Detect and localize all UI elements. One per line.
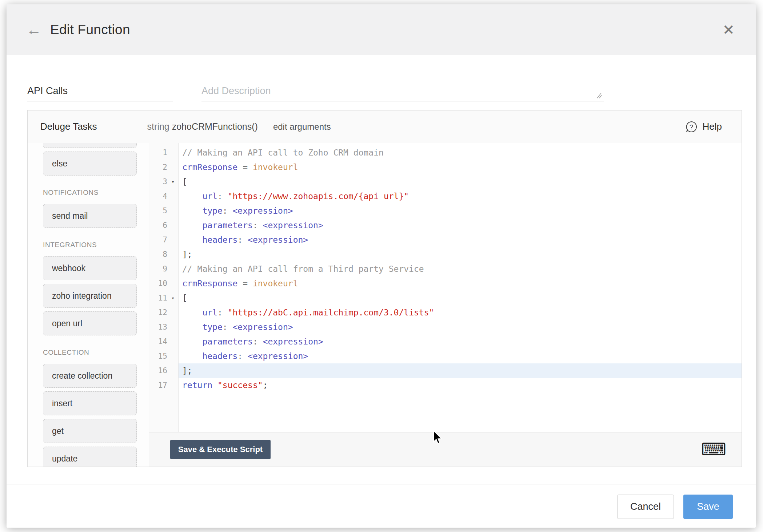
- task-item-send-mail[interactable]: send mail: [43, 204, 137, 228]
- function-signature: string zohoCRMFunctions(): [147, 121, 258, 132]
- task-item-label: open url: [52, 319, 82, 329]
- description-input[interactable]: [201, 81, 604, 101]
- code-line-3[interactable]: 3▾[: [149, 174, 742, 189]
- task-item-webhook[interactable]: webhook: [43, 256, 137, 280]
- code-text[interactable]: crmResponse = invokeurl: [179, 276, 742, 291]
- line-number: 13: [149, 320, 167, 334]
- code-line-12[interactable]: 12 url: "https://abC.api.mailchimp.com/3…: [149, 305, 742, 320]
- code-text[interactable]: ];: [179, 247, 742, 262]
- fold-spacer: [167, 262, 179, 276]
- save-execute-script-button[interactable]: Save & Execute Script: [170, 440, 271, 459]
- task-item-label: else: [52, 159, 67, 169]
- code-text[interactable]: type: <expression>: [179, 203, 742, 218]
- back-arrow-icon[interactable]: ←: [26, 22, 41, 37]
- fold-arrow-icon[interactable]: ▾: [167, 174, 179, 189]
- task-item-label: update: [52, 454, 77, 464]
- code-text[interactable]: type: <expression>: [179, 320, 742, 334]
- editor-footer: Save & Execute Script ⌨: [149, 432, 742, 467]
- deluge-tasks-panel: Deluge Tasks string zohoCRMFunctions() e…: [27, 110, 742, 467]
- code-line-11[interactable]: 11▾[: [149, 291, 742, 305]
- fold-spacer: [167, 320, 179, 334]
- task-item-label: create collection: [52, 371, 112, 381]
- close-icon[interactable]: ✕: [722, 23, 735, 37]
- code-line-16[interactable]: 16];: [149, 363, 742, 378]
- line-number: 8: [149, 247, 167, 262]
- fold-spacer: [167, 305, 179, 320]
- resize-handle-icon[interactable]: [596, 92, 603, 99]
- code-line-4[interactable]: 4 url: "https://www.zohoapis.com/{api_ur…: [149, 189, 742, 203]
- code-text[interactable]: // Making an API call to Zoho CRM domain: [179, 145, 742, 160]
- task-item-get[interactable]: get: [43, 419, 137, 443]
- page-title: Edit Function: [50, 22, 130, 37]
- cancel-button[interactable]: Cancel: [617, 495, 674, 519]
- code-text[interactable]: url: "https://www.zohoapis.com/{api_url}…: [179, 189, 742, 203]
- deluge-tasks-sidebar: elseNOTIFICATIONSsend mailINTEGRATIONSwe…: [28, 143, 149, 467]
- task-item-create-collection[interactable]: create collection: [43, 364, 137, 388]
- code-text[interactable]: return "success";: [179, 378, 742, 392]
- line-number: 14: [149, 334, 167, 349]
- code-text[interactable]: parameters: <expression>: [179, 334, 742, 349]
- code-line-8[interactable]: 8];: [149, 247, 742, 262]
- code-text[interactable]: // Making an API call from a Third party…: [179, 262, 742, 276]
- function-name-input[interactable]: [27, 81, 173, 101]
- line-number: 12: [149, 305, 167, 320]
- fold-spacer: [167, 189, 179, 203]
- code-line-1[interactable]: 1// Making an API call to Zoho CRM domai…: [149, 145, 742, 160]
- line-number: 1: [149, 145, 167, 160]
- line-number: 3: [149, 174, 167, 189]
- fold-arrow-icon[interactable]: ▾: [167, 291, 179, 305]
- task-section-label: INTEGRATIONS: [43, 241, 149, 249]
- task-item-insert[interactable]: insert: [43, 391, 137, 415]
- task-item-partial[interactable]: [43, 143, 137, 148]
- line-number: 6: [149, 218, 167, 233]
- fold-spacer: [167, 363, 179, 378]
- code-text[interactable]: crmResponse = invokeurl: [179, 160, 742, 174]
- edit-function-dialog: ← Edit Function ✕ Deluge Tasks string zo…: [7, 4, 756, 528]
- task-item-update[interactable]: update: [43, 447, 137, 467]
- line-number: 5: [149, 203, 167, 218]
- line-number: 10: [149, 276, 167, 291]
- code-text[interactable]: url: "https://abC.api.mailchimp.com/3.0/…: [179, 305, 742, 320]
- code-line-9[interactable]: 9// Making an API call from a Third part…: [149, 262, 742, 276]
- line-number: 2: [149, 160, 167, 174]
- code-line-5[interactable]: 5 type: <expression>: [149, 203, 742, 218]
- help-label: Help: [703, 121, 722, 132]
- code-text[interactable]: [: [179, 291, 742, 305]
- line-number: 4: [149, 189, 167, 203]
- fold-spacer: [167, 160, 179, 174]
- code-editor: 1// Making an API call to Zoho CRM domai…: [149, 143, 742, 467]
- code-line-13[interactable]: 13 type: <expression>: [149, 320, 742, 334]
- panel-title: Deluge Tasks: [40, 121, 97, 132]
- help-bubble-icon: ?: [685, 120, 698, 133]
- code-line-15[interactable]: 15 headers: <expression>: [149, 349, 742, 363]
- edit-arguments-link[interactable]: edit arguments: [273, 122, 331, 132]
- function-meta-row: [7, 56, 756, 110]
- task-item-else[interactable]: else: [43, 152, 137, 176]
- keyboard-icon[interactable]: ⌨: [701, 441, 726, 458]
- code-text[interactable]: headers: <expression>: [179, 233, 742, 247]
- line-number: 7: [149, 233, 167, 247]
- code-text[interactable]: ];: [179, 363, 742, 378]
- task-item-label: get: [52, 426, 64, 436]
- code-text[interactable]: headers: <expression>: [179, 349, 742, 363]
- help-button[interactable]: ? Help: [685, 120, 722, 133]
- code-line-17[interactable]: 17return "success";: [149, 378, 742, 392]
- code-line-10[interactable]: 10crmResponse = invokeurl: [149, 276, 742, 291]
- task-section-label: NOTIFICATIONS: [43, 189, 149, 197]
- code-line-2[interactable]: 2crmResponse = invokeurl: [149, 160, 742, 174]
- code-text[interactable]: [: [179, 174, 742, 189]
- code-line-6[interactable]: 6 parameters: <expression>: [149, 218, 742, 233]
- dialog-footer: Cancel Save: [7, 484, 756, 528]
- task-item-label: zoho integration: [52, 291, 112, 301]
- task-item-open-url[interactable]: open url: [43, 311, 137, 335]
- task-item-zoho-integration[interactable]: zoho integration: [43, 284, 137, 308]
- save-button[interactable]: Save: [683, 495, 733, 519]
- code-area[interactable]: 1// Making an API call to Zoho CRM domai…: [149, 143, 742, 432]
- panel-body: elseNOTIFICATIONSsend mailINTEGRATIONSwe…: [28, 143, 742, 467]
- code-text[interactable]: parameters: <expression>: [179, 218, 742, 233]
- code-line-7[interactable]: 7 headers: <expression>: [149, 233, 742, 247]
- fold-spacer: [167, 218, 179, 233]
- svg-text:?: ?: [689, 123, 693, 131]
- code-line-14[interactable]: 14 parameters: <expression>: [149, 334, 742, 349]
- signature-name: zohoCRMFunctions(): [172, 121, 258, 132]
